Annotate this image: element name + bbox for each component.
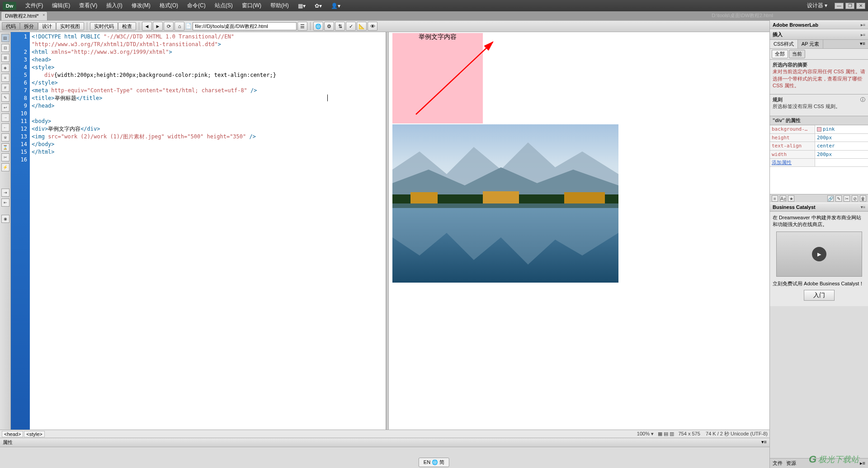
css-property-row[interactable]: text-aligncenter xyxy=(770,142,868,150)
bc-description: 在 Dreamweaver 中构建并发布商业网站和功能强大的在线商店。 xyxy=(773,214,865,228)
menu-编辑(E)[interactable]: 编辑(E) xyxy=(47,2,75,9)
disable-icon[interactable]: ⊘ xyxy=(852,195,858,202)
tool-snippet[interactable]: ✂ xyxy=(1,153,9,161)
files-tab[interactable]: 文件 xyxy=(773,460,783,467)
globe-icon[interactable]: 🌐 xyxy=(313,22,323,31)
tool-expand[interactable]: ⊞ xyxy=(1,54,9,62)
bc-start-button[interactable]: 入门 xyxy=(804,290,835,301)
ime-indicator[interactable]: EN 🌐 简 xyxy=(419,458,449,467)
tool-apply[interactable]: ◉ xyxy=(1,215,9,223)
ap-elements-tab[interactable]: AP 元素 xyxy=(798,40,824,48)
tool-highlight[interactable]: ✎ xyxy=(1,94,9,102)
summary-title: 所选内容的摘要 xyxy=(773,62,807,67)
new-rule-icon[interactable]: ✎ xyxy=(835,195,842,202)
show-category-icon[interactable]: ≡ xyxy=(772,195,778,202)
panel-menu-icon[interactable]: ▸≡ xyxy=(860,460,865,466)
document-tab[interactable]: DW教程2.html* × xyxy=(1,11,47,20)
view-设计[interactable]: 设计 xyxy=(38,22,56,30)
view-拆分[interactable]: 拆分 xyxy=(20,22,38,30)
close-icon[interactable]: × xyxy=(42,13,45,17)
status-bar: <head><style> 100% ▾ ▦ ▤ ▥ 754 x 575 74 … xyxy=(0,430,769,438)
view-实时视图[interactable]: 实时视图 xyxy=(56,22,84,30)
svg-rect-4 xyxy=(483,191,519,203)
rules-info-icon[interactable]: ⓘ xyxy=(860,96,865,103)
btn-检查[interactable]: 检查 xyxy=(118,22,136,30)
css-property-row[interactable]: background-…pink xyxy=(770,125,868,133)
panel-menu-icon[interactable]: ▾≡ xyxy=(761,439,767,446)
workspace-switcher[interactable]: 设计器 ▾ xyxy=(803,2,831,9)
menu-修改(M)[interactable]: 修改(M) xyxy=(127,2,155,9)
maximize-button[interactable]: ❐ xyxy=(845,3,854,9)
code-view[interactable]: 12345678910111213141516 <!DOCTYPE html P… xyxy=(11,32,386,430)
browse-icon[interactable]: ⚙ xyxy=(324,22,334,31)
tool-indent2[interactable]: ⇥ xyxy=(1,189,9,197)
btn-实时代码[interactable]: 实时代码 xyxy=(90,22,118,30)
rules-title: 规则 xyxy=(773,96,783,103)
layout-icon[interactable]: ▦▾ xyxy=(293,3,310,9)
show-list-icon[interactable]: Aᴢ xyxy=(780,195,786,202)
tool-indent[interactable]: → xyxy=(1,113,9,122)
view-代码[interactable]: 代码 xyxy=(2,22,20,30)
tool-balance[interactable]: ≡ xyxy=(1,74,9,82)
rules-text: 所选标签没有应用 CSS 规则。 xyxy=(773,104,840,109)
main-area: ▤ ⊟ ⊞ ◈ ≡ # ✎ ↩ → ← ※ ⌛ ✂ ⚡ ⇥ ⇤ ◉ 123456… xyxy=(0,32,868,430)
business-catalyst-header[interactable]: Business Catalyst▾≡ xyxy=(770,203,868,212)
css-property-row[interactable]: height200px xyxy=(770,134,868,142)
code-body[interactable]: <!DOCTYPE html PUBLIC "-//W3C//DTD XHTML… xyxy=(30,32,386,430)
ruler-icon[interactable]: 📐 xyxy=(357,22,367,31)
preview-div: 举例文字内容 xyxy=(392,33,483,123)
attach-icon[interactable]: 🔗 xyxy=(827,195,834,202)
properties-title: 属性 xyxy=(3,439,13,446)
delete-icon[interactable]: 🗑 xyxy=(860,195,866,202)
user-icon[interactable]: 👤▾ xyxy=(326,3,345,9)
tool-recent[interactable]: ⌛ xyxy=(1,143,9,151)
all-tab[interactable]: 全部 xyxy=(772,50,788,58)
summary-text: 未对当前选定内容应用任何 CSS 属性。请选择一个带样式的元素，查看应用了哪些 … xyxy=(773,69,865,88)
menu-窗口(W)[interactable]: 窗口(W) xyxy=(237,2,266,9)
menu-命令(C)[interactable]: 命令(C) xyxy=(183,2,210,9)
menu-文件(F)[interactable]: 文件(F) xyxy=(21,2,47,9)
bc-video-thumbnail[interactable]: ▶ xyxy=(776,232,862,277)
visual-aids-icon[interactable]: 👁 xyxy=(368,22,377,31)
address-input[interactable] xyxy=(193,22,297,30)
tool-outdent2[interactable]: ⇤ xyxy=(1,199,9,207)
css-panel-toolbar: ≡Aᴢ★ 🔗✎✂⊘🗑 xyxy=(770,194,868,203)
tool-select-parent[interactable]: ◈ xyxy=(1,64,9,72)
css-property-row[interactable]: width200px xyxy=(770,151,868,159)
show-set-icon[interactable]: ★ xyxy=(788,195,794,202)
css-styles-tab[interactable]: CSS样式 xyxy=(770,40,798,48)
tool-wrap[interactable]: ↩ xyxy=(1,104,9,112)
tool-line-numbers[interactable]: # xyxy=(1,84,9,92)
edit-rule-icon[interactable]: ✂ xyxy=(844,195,850,202)
assets-tab[interactable]: 资源 xyxy=(786,460,796,467)
close-button[interactable]: ✕ xyxy=(856,3,865,9)
menu-插入(I)[interactable]: 插入(I) xyxy=(102,2,127,9)
add-property-link[interactable]: 添加属性 xyxy=(770,159,815,166)
menu-帮助(H)[interactable]: 帮助(H) xyxy=(266,2,293,9)
home-icon[interactable]: ⌂ xyxy=(175,22,184,31)
menu-查看(V)[interactable]: 查看(V) xyxy=(75,2,102,9)
validate-icon[interactable]: ✓ xyxy=(346,22,356,31)
panel-menu-icon[interactable]: ▾≡ xyxy=(857,40,868,48)
current-tab[interactable]: 当前 xyxy=(789,50,805,58)
tool-format[interactable]: ⚡ xyxy=(1,163,9,171)
sync-icon[interactable]: ⇅ xyxy=(335,22,345,31)
menubar: Dw 文件(F)编辑(E)查看(V)插入(I)修改(M)格式(O)命令(C)站点… xyxy=(0,0,868,11)
refresh-icon[interactable]: ⟳ xyxy=(164,22,174,31)
menu-站点(S)[interactable]: 站点(S) xyxy=(210,2,237,9)
back-icon[interactable]: ◄ xyxy=(142,22,152,31)
options-icon[interactable]: ☰ xyxy=(297,22,307,31)
bc-cta-text: 立刻免费试用 Adobe Business Catalyst！ xyxy=(773,280,865,287)
tag-selector[interactable]: <head><style> xyxy=(2,431,46,437)
tool-comment[interactable]: ※ xyxy=(1,133,9,142)
tool-outdent[interactable]: ← xyxy=(1,123,9,132)
menu-格式(O)[interactable]: 格式(O) xyxy=(155,2,183,9)
address-icon: 📄 xyxy=(185,23,192,29)
tool-collapse[interactable]: ⊟ xyxy=(1,44,9,52)
browserlab-header[interactable]: Adobe BrowserLab▸≡ xyxy=(770,20,868,29)
tool-open-documents[interactable]: ▤ xyxy=(1,34,9,42)
extend-icon[interactable]: ✿▾ xyxy=(310,3,326,9)
minimize-button[interactable]: — xyxy=(835,3,844,9)
forward-icon[interactable]: ► xyxy=(153,22,163,31)
insert-header[interactable]: 插入▸≡ xyxy=(770,29,868,40)
